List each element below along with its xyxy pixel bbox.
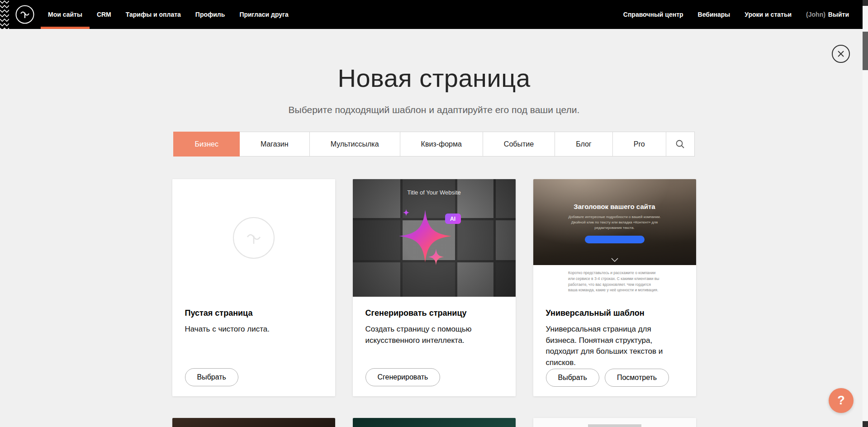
card-description: Универсальная страница для бизнеса. Поня… [546, 324, 683, 369]
search-icon [675, 139, 685, 149]
tilda-logo-icon [15, 5, 34, 24]
tab-multilink[interactable]: Мультиссылка [309, 132, 400, 157]
template-card-partial[interactable] [533, 418, 696, 427]
card-actions: Выбрать Посмотреть [546, 369, 683, 387]
ai-badge: AI [445, 214, 461, 224]
preview-cta-button [585, 236, 645, 243]
card-actions: Выбрать [185, 368, 323, 386]
card-actions: Сгенерировать [365, 368, 503, 386]
card-body: Универсальный шаблон Универсальная стран… [533, 297, 696, 396]
preview-text-placeholder [588, 424, 641, 427]
select-template-button[interactable]: Выбрать [546, 369, 599, 387]
category-tabs: Бизнес Магазин Мультиссылка Квиз-форма С… [173, 132, 694, 157]
nav-item-invite-friend[interactable]: Пригласи друга [232, 0, 295, 29]
tab-business[interactable]: Бизнес [173, 132, 240, 157]
nav-item-billing[interactable]: Тарифы и оплата [119, 0, 188, 29]
scrollbar [863, 0, 868, 427]
preview-text-section: Коротко представьтесь и расскажите о ком… [533, 265, 696, 297]
tilda-watermark [233, 217, 275, 259]
preview-hero-content: Заголовок вашего сайта Добавьте интересн… [533, 179, 696, 265]
card-title: Универсальный шаблон [546, 308, 683, 318]
scrollbar-down-arrow[interactable] [863, 421, 868, 427]
card-body: Пустая страница Начать с чистого листа. … [172, 297, 335, 396]
template-preview-image [533, 418, 696, 427]
template-preview-image [353, 418, 516, 427]
tab-quiz[interactable]: Квиз-форма [400, 132, 483, 157]
navbar-right-menu: Справочный центр Вебинары Уроки и статьи… [616, 0, 863, 29]
preview-title: Заголовок вашего сайта [574, 203, 655, 210]
blank-page-preview [172, 179, 335, 297]
nav-item-help-center[interactable]: Справочный центр [616, 0, 691, 29]
preview-hero-image: Заголовок вашего сайта Добавьте интересн… [533, 179, 696, 265]
zigzag-pattern-icon [0, 0, 9, 29]
select-blank-button[interactable]: Выбрать [185, 368, 238, 386]
card-universal-template: Заголовок вашего сайта Добавьте интересн… [533, 179, 696, 396]
ai-sparkle-tiny-icon [402, 209, 410, 217]
preview-subtitle: Добавьте интересные подробности о вашей … [561, 214, 668, 231]
tab-search[interactable] [666, 132, 695, 157]
ai-generate-preview: Title of Your Website [353, 179, 516, 297]
logout-label: Выйти [828, 11, 849, 18]
template-preview-image [172, 418, 335, 427]
template-grid: Пустая страница Начать с чистого листа. … [172, 179, 696, 427]
nav-item-profile[interactable]: Профиль [188, 0, 232, 29]
preview-body-text: Коротко представьтесь и расскажите о ком… [568, 270, 661, 297]
nav-item-crm[interactable]: CRM [90, 0, 119, 29]
template-card-partial[interactable] [172, 418, 335, 427]
nav-item-lessons[interactable]: Уроки и статьи [737, 0, 799, 29]
card-description: Начать с чистого листа. [185, 324, 323, 335]
top-navbar: Мои сайты CRM Тарифы и оплата Профиль Пр… [0, 0, 863, 29]
page-title: Новая страница [0, 63, 868, 93]
nav-item-webinars[interactable]: Вебинары [691, 0, 738, 29]
close-icon [837, 50, 844, 57]
template-chooser-screen: Мои сайты CRM Тарифы и оплата Профиль Пр… [0, 0, 868, 427]
universal-template-preview: Заголовок вашего сайта Добавьте интересн… [533, 179, 696, 297]
scrollbar-up-arrow[interactable] [863, 0, 868, 6]
tab-store[interactable]: Магазин [239, 132, 310, 157]
help-button[interactable]: ? [829, 388, 854, 413]
card-description: Создать страницу с помощью искусственног… [365, 324, 503, 346]
card-body: Сгенерировать страницу Создать страницу … [353, 297, 516, 396]
card-ai-generate: Title of Your Website [353, 179, 516, 396]
template-card-partial[interactable] [353, 418, 516, 427]
navbar-left-menu: Мои сайты CRM Тарифы и оплата Профиль Пр… [41, 0, 296, 29]
nav-item-logout[interactable]: (John) Выйти [799, 0, 856, 29]
card-title: Пустая страница [185, 308, 323, 318]
ai-sparkle-small-icon [427, 248, 445, 266]
chevron-down-icon [611, 258, 618, 262]
nav-item-my-sites[interactable]: Мои сайты [41, 0, 90, 29]
main-content: Новая страница Выберите подходящий шабло… [0, 0, 868, 427]
tab-blog[interactable]: Блог [555, 132, 613, 157]
close-button[interactable] [832, 45, 850, 63]
question-icon: ? [837, 394, 845, 408]
generate-button[interactable]: Сгенерировать [365, 368, 441, 386]
view-template-button[interactable]: Посмотреть [605, 369, 669, 387]
tilda-watermark-icon [244, 228, 264, 248]
ai-sparkle-layer: AI [353, 179, 516, 297]
tilda-logo[interactable] [15, 0, 34, 29]
scrollbar-thumb[interactable] [863, 32, 868, 70]
card-title: Сгенерировать страницу [365, 308, 503, 318]
tab-event[interactable]: Событие [483, 132, 555, 157]
user-name: (John) [806, 11, 825, 18]
tab-pro[interactable]: Pro [612, 132, 666, 157]
card-blank-page: Пустая страница Начать с чистого листа. … [172, 179, 335, 396]
page-subtitle: Выберите подходящий шаблон и адаптируйте… [0, 104, 868, 115]
